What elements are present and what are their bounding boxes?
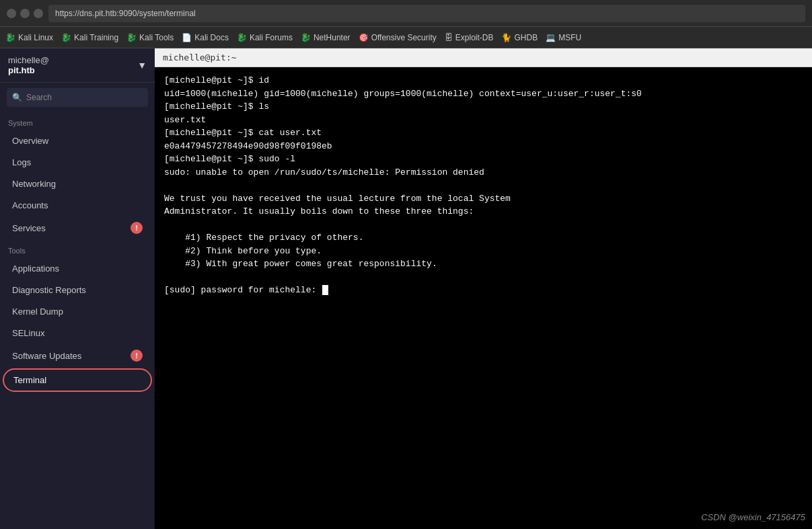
bookmark-label: Kali Forums [250,33,293,42]
sidebar-user: michelle@ pit.htb [8,55,49,75]
sidebar-item-applications[interactable]: Applications [3,258,152,279]
sidebar-item-kernel-dump[interactable]: Kernel Dump [3,301,152,322]
sidebar-header: michelle@ pit.htb ▼ [0,48,155,83]
bookmark-icon: 🐈 [501,33,511,42]
bookmark-icon: 🐉 [61,33,71,42]
sidebar-hostname: pit.htb [8,65,35,75]
badge-services: ! [131,222,143,234]
bookmark-icon: 💻 [546,33,556,42]
sidebar-item-diagnostic-reports[interactable]: Diagnostic Reports [3,280,152,300]
bookmark-icon: 📄 [182,33,192,42]
browser-bar: https://dns.pit.htb:9090/system/terminal [0,0,812,27]
sidebar: michelle@ pit.htb ▼ 🔍 Search SystemOverv… [0,48,155,529]
bookmark-kali-linux[interactable]: 🐉Kali Linux [5,33,53,42]
terminal-cursor [322,285,328,295]
bookmark-label: Exploit-DB [455,33,494,42]
sidebar-item-label-software-updates: Software Updates [12,351,81,361]
sidebar-item-software-updates[interactable]: Software Updates! [3,344,152,367]
watermark: CSDN @weixin_47156475 [701,512,805,522]
sidebar-item-label-kernel-dump: Kernel Dump [12,307,63,317]
bookmark-kali-forums[interactable]: 🐉Kali Forums [237,33,293,42]
dropdown-arrow-icon[interactable]: ▼ [137,60,147,71]
address-bar[interactable]: https://dns.pit.htb:9090/system/terminal [48,5,805,22]
bookmark-icon: 🎯 [359,33,369,42]
back-btn[interactable] [7,9,16,18]
refresh-btn[interactable] [34,9,43,18]
address-text: https://dns.pit.htb:9090/system/terminal [55,9,196,18]
terminal-title-bar: michelle@pit:~ [155,48,812,67]
sidebar-item-services[interactable]: Services! [3,216,152,239]
bookmark-nethunter[interactable]: 🐉NetHunter [301,33,350,42]
badge-software-updates: ! [131,350,143,362]
bookmark-label: Kali Docs [194,33,229,42]
sidebar-item-label-applications: Applications [12,263,59,274]
sidebar-item-logs[interactable]: Logs [3,152,152,173]
sidebar-item-label-logs: Logs [12,157,31,167]
content-area: michelle@pit:~ [michelle@pit ~]$ id uid=… [155,48,812,529]
search-placeholder: Search [26,93,52,102]
bookmark-label: Offensive Security [371,33,437,42]
bookmarks-bar: 🐉Kali Linux🐉Kali Training🐉Kali Tools📄Kal… [0,27,812,48]
sidebar-item-label-services: Services [12,223,46,233]
sidebar-item-label-accounts: Accounts [12,200,48,210]
bookmark-label: MSFU [558,33,581,42]
bookmark-icon: 🗄 [445,33,453,42]
bookmark-icon: 🐉 [5,33,15,42]
sidebar-item-label-networking: Networking [12,179,56,189]
bookmark-label: Kali Linux [18,33,53,42]
bookmark-kali-tools[interactable]: 🐉Kali Tools [126,33,174,42]
sidebar-item-selinux[interactable]: SELinux [3,323,152,343]
browser-controls [7,9,43,18]
bookmark-label: NetHunter [313,33,350,42]
bookmark-kali-docs[interactable]: 📄Kali Docs [182,33,229,42]
bookmark-label: GHDB [514,33,538,42]
sidebar-item-accounts[interactable]: Accounts [3,195,152,216]
sidebar-item-label-selinux: SELinux [12,328,44,338]
forward-btn[interactable] [20,9,30,18]
sidebar-section-label-system: System [0,112,155,130]
bookmark-exploit-db[interactable]: 🗄Exploit-DB [445,33,494,42]
sidebar-user-email: michelle@ [8,55,49,65]
sidebar-user-info: michelle@ pit.htb [8,55,49,75]
sidebar-item-overview[interactable]: Overview [3,130,152,151]
bookmark-label: Kali Training [74,33,118,42]
bookmark-icon: 🐉 [237,33,247,42]
bookmark-msfu[interactable]: 💻MSFU [546,33,581,42]
bookmark-offensive-security[interactable]: 🎯Offensive Security [359,33,437,42]
sidebar-search-box[interactable]: 🔍 Search [7,88,148,107]
bookmark-icon: 🐉 [301,33,311,42]
bookmark-icon: 🐉 [126,33,137,42]
bookmark-ghdb[interactable]: 🐈GHDB [501,33,538,42]
terminal-output: [michelle@pit ~]$ id uid=1000(michelle) … [164,74,803,297]
main-container: michelle@ pit.htb ▼ 🔍 Search SystemOverv… [0,48,812,529]
sidebar-item-terminal[interactable]: Terminal [3,368,152,392]
bookmark-label: Kali Tools [139,33,174,42]
bookmark-kali-training[interactable]: 🐉Kali Training [61,33,118,42]
terminal-body[interactable]: [michelle@pit ~]$ id uid=1000(michelle) … [155,67,812,529]
sidebar-item-label-diagnostic-reports: Diagnostic Reports [12,285,86,295]
sidebar-item-label-overview: Overview [12,136,48,146]
sidebar-item-networking[interactable]: Networking [3,173,152,194]
sidebar-section-label-tools: Tools [0,240,155,257]
sidebar-sections: SystemOverviewLogsNetworkingAccountsServ… [0,112,155,393]
sidebar-item-label-terminal: Terminal [13,375,46,385]
search-icon: 🔍 [12,93,22,102]
terminal-title: michelle@pit:~ [163,52,237,63]
